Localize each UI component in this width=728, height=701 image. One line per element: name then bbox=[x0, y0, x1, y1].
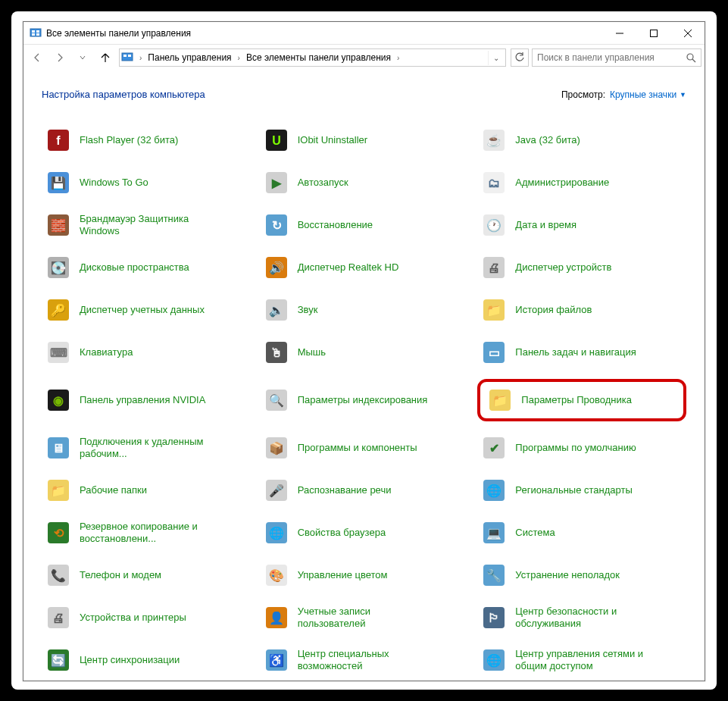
chevron-right-icon[interactable]: › bbox=[235, 54, 243, 62]
svg-rect-3 bbox=[32, 33, 35, 36]
item-label: Устранение неполадок bbox=[515, 569, 620, 581]
security-icon: 🏳 bbox=[482, 606, 506, 630]
svg-text:🖨: 🖨 bbox=[52, 612, 64, 624]
control-panel-item[interactable]: 🖥Подключения к удаленным рабочим... bbox=[42, 432, 251, 464]
svg-text:🏳: 🏳 bbox=[488, 612, 500, 624]
up-button[interactable] bbox=[95, 49, 116, 67]
control-panel-item[interactable]: 🖱Мышь bbox=[260, 336, 469, 368]
breadcrumb-segment[interactable]: Все элементы панели управления bbox=[243, 49, 394, 66]
back-button[interactable] bbox=[27, 49, 48, 67]
control-panel-item[interactable]: 📁Рабочие папки bbox=[42, 474, 251, 506]
admin-icon: 🗂 bbox=[482, 171, 506, 195]
control-panel-item[interactable]: 💽Дисковые пространства bbox=[42, 252, 251, 283]
control-panel-item[interactable]: ✔Программы по умолчанию bbox=[477, 432, 686, 464]
control-panel-item[interactable]: 🗂Администрирование bbox=[477, 167, 686, 199]
control-panel-item[interactable]: 🔈Звук bbox=[260, 294, 469, 326]
control-panel-item[interactable]: ↻Восстановление bbox=[260, 209, 469, 241]
control-panel-item[interactable]: ▶Автозапуск bbox=[260, 167, 469, 199]
control-panel-item[interactable]: fFlash Player (32 бита) bbox=[42, 124, 251, 156]
item-label: Панель управления NVIDIA bbox=[80, 394, 205, 406]
svg-text:💾: 💾 bbox=[51, 176, 66, 190]
search-icon[interactable] bbox=[686, 52, 696, 63]
svg-rect-6 bbox=[650, 30, 657, 36]
recent-dropdown-button[interactable] bbox=[72, 49, 93, 67]
minimize-button[interactable] bbox=[602, 22, 636, 44]
control-panel-item[interactable]: 🔊Диспетчер Realtek HD bbox=[260, 252, 469, 283]
chevron-right-icon[interactable]: › bbox=[136, 54, 145, 62]
control-panel-item[interactable]: ♿Центр специальных возможностей bbox=[260, 644, 469, 676]
control-panel-item[interactable]: 🕐Дата и время bbox=[477, 209, 686, 241]
search-input[interactable] bbox=[537, 52, 686, 63]
item-label: Автозапуск bbox=[298, 177, 348, 189]
control-panel-item[interactable]: 🌐Региональные стандарты bbox=[477, 474, 686, 506]
control-panel-item[interactable]: 🔑Диспетчер учетных данных bbox=[42, 294, 251, 326]
control-panel-item[interactable]: 🖨Диспетчер устройств bbox=[477, 252, 686, 283]
firewall-icon: 🧱 bbox=[46, 213, 70, 237]
item-label: Параметры Проводника bbox=[521, 394, 632, 406]
search-box[interactable] bbox=[532, 49, 701, 67]
item-label: Программы по умолчанию bbox=[515, 442, 636, 454]
items-grid: fFlash Player (32 бита)UIObit Uninstalle… bbox=[42, 124, 686, 690]
svg-text:🖥: 🖥 bbox=[52, 442, 64, 455]
svg-text:🌐: 🌐 bbox=[486, 653, 501, 668]
breadcrumb-segment[interactable]: Панель управления bbox=[145, 49, 234, 66]
view-label: Просмотр: bbox=[561, 89, 605, 100]
address-bar[interactable]: › Панель управления › Все элементы панел… bbox=[119, 49, 506, 67]
control-panel-item[interactable]: ▭Панель задач и навигация bbox=[477, 336, 686, 368]
troubleshoot-icon: 🔧 bbox=[482, 563, 506, 587]
refresh-button[interactable] bbox=[511, 49, 529, 67]
item-label: Учетные записи пользователей bbox=[298, 606, 434, 629]
control-panel-item[interactable]: ◉Панель управления NVIDIA bbox=[42, 379, 251, 421]
maximize-button[interactable] bbox=[636, 22, 670, 44]
control-panel-item[interactable]: 🌐Центр управления сетями и общим доступо… bbox=[477, 644, 686, 676]
control-panel-item[interactable]: 🔍Параметры индексирования bbox=[260, 379, 469, 421]
control-panel-item[interactable]: 🏳Центр безопасности и обслуживания bbox=[477, 602, 686, 634]
close-button[interactable] bbox=[670, 22, 705, 44]
svg-rect-1 bbox=[32, 30, 35, 33]
phone-icon: 📞 bbox=[46, 563, 70, 587]
control-panel-item[interactable]: 👤Учетные записи пользователей bbox=[260, 602, 469, 634]
control-panel-item[interactable]: 📞Телефон и модем bbox=[42, 559, 251, 591]
svg-rect-10 bbox=[123, 55, 127, 57]
control-panel-item[interactable]: ⟲Резервное копирование и восстановлени..… bbox=[42, 517, 251, 549]
view-selector[interactable]: Крупные значки ▼ bbox=[610, 89, 686, 100]
forward-button[interactable] bbox=[49, 49, 70, 67]
wtg-icon: 💾 bbox=[46, 171, 70, 195]
control-panel-item[interactable]: 🔒Шифрование диска BitLocker bbox=[42, 687, 251, 690]
control-panel-item[interactable]: ☕Java (32 бита) bbox=[477, 124, 686, 156]
control-panel-item[interactable]: 🎤Распознавание речи bbox=[260, 474, 469, 506]
control-panel-item[interactable]: 🧱Брандмауэр Защитника Windows bbox=[42, 209, 251, 241]
java-icon: ☕ bbox=[482, 128, 506, 152]
control-panel-item[interactable]: 🖨Устройства и принтеры bbox=[42, 602, 251, 634]
svg-line-13 bbox=[692, 59, 695, 62]
workfolders-icon: 📁 bbox=[46, 478, 70, 502]
control-panel-item[interactable]: 🔧Устранение неполадок bbox=[477, 559, 686, 591]
chevron-right-icon[interactable]: › bbox=[394, 54, 402, 62]
control-panel-item[interactable]: ⌨Клавиатура bbox=[42, 336, 251, 368]
svg-text:🌐: 🌐 bbox=[269, 526, 284, 540]
control-panel-item[interactable]: 🔋Электропитание bbox=[477, 687, 686, 690]
control-panel-item[interactable]: 🌐Свойства браузера bbox=[260, 517, 469, 549]
control-panel-item[interactable]: 📦Программы и компоненты bbox=[260, 432, 469, 464]
svg-text:📁: 📁 bbox=[486, 303, 501, 318]
chevron-down-icon[interactable]: ⌄ bbox=[488, 51, 504, 65]
item-label: Flash Player (32 бита) bbox=[80, 134, 178, 146]
svg-rect-11 bbox=[128, 55, 131, 57]
control-panel-item[interactable]: AШрифты bbox=[260, 687, 469, 690]
control-panel-item[interactable]: 🎨Управление цветом bbox=[260, 559, 469, 591]
svg-text:🖱: 🖱 bbox=[270, 346, 283, 359]
control-panel-item[interactable]: 💻Система bbox=[477, 517, 686, 549]
users-icon: 👤 bbox=[264, 606, 289, 630]
control-panel-item[interactable]: 📁История файлов bbox=[477, 294, 686, 326]
svg-text:🗂: 🗂 bbox=[488, 177, 500, 189]
control-panel-item[interactable]: 🔄Центр синхронизации bbox=[42, 644, 251, 676]
svg-point-12 bbox=[687, 54, 693, 60]
keyboard-icon: ⌨ bbox=[46, 340, 70, 365]
defaults-icon: ✔ bbox=[482, 436, 506, 460]
control-panel-item[interactable]: UIObit Uninstaller bbox=[260, 124, 469, 156]
control-panel-item[interactable]: 💾Windows To Go bbox=[42, 167, 251, 199]
svg-text:⌨: ⌨ bbox=[50, 346, 67, 359]
iobit-icon: U bbox=[264, 128, 289, 152]
control-panel-item[interactable]: 📁Параметры Проводника bbox=[477, 379, 686, 421]
item-label: Мышь bbox=[298, 346, 326, 358]
